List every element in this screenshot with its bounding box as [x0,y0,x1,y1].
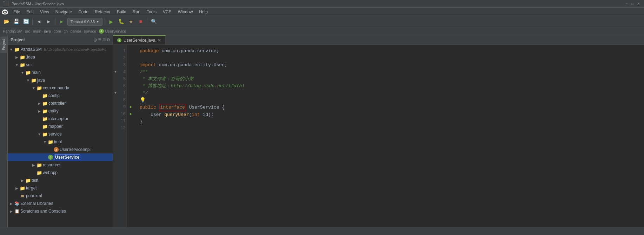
close-button[interactable]: ✕ [637,2,641,6]
tree-item-java[interactable]: ▼ 📁 java [8,76,113,84]
tree-label-controller: controller [48,101,66,106]
title-bar-controls[interactable]: − □ ✕ [626,2,641,6]
editor-tab-userservice[interactable]: J UserService.java ✕ [113,35,166,44]
collapse-all-button[interactable]: ⊟ [102,37,105,43]
tree-item-entity[interactable]: ▶ 📁 entity [8,107,113,115]
tree-item-service[interactable]: ▼ 📁 service [8,130,113,138]
settings-button[interactable]: ⚙ [107,37,110,43]
status-bar [0,227,644,235]
folder-icon: 📁 [31,77,36,83]
locate-button[interactable]: ◎ [94,37,97,43]
toolbar-forward-button[interactable]: ▶ [45,18,53,26]
tree-item-controller[interactable]: ▶ 📁 controller [8,99,113,107]
app-icon: ⬛ [3,1,9,7]
tree-item-webapp[interactable]: ▶ 📁 webapp [8,169,113,177]
external-libs-icon: 📚 [14,201,20,206]
menu-item-edit[interactable]: Edit [24,9,36,15]
dropdown-arrow-icon: ▼ [96,20,99,23]
search-everywhere-button[interactable]: 🔍 [150,18,158,26]
code-line-10: User queryUser(int id); [140,111,638,118]
tree-item-main[interactable]: ▼ 📁 main [8,69,113,76]
menu-item-navigate[interactable]: Navigate [53,9,75,15]
tree-item-test[interactable]: ▶ 📁 test [8,177,113,184]
folder-icon: 📁 [14,47,20,52]
arrow-icon: ▶ [20,178,25,182]
folder-icon: 📁 [36,85,42,91]
tree-item-root[interactable]: ▼ 📁 PandaSSM E:\Dropbox\phoenix\JavaProj… [8,46,113,53]
tree-label-mapper: mapper [48,124,63,129]
menu-item-run[interactable]: Run [130,9,143,15]
line-num-5: 5 [114,76,126,83]
breadcrumb-java[interactable]: java [44,29,51,33]
menu-item-tools[interactable]: Tools [144,9,159,15]
breadcrumb-pandasmm[interactable]: PandaSSM [3,29,22,33]
java-file-icon: J [53,147,59,152]
toolbar-back-button[interactable]: ◀ [35,18,43,26]
expand-all-button[interactable]: ≡ [98,37,101,43]
keyword-public: public [140,104,159,111]
breadcrumb-com[interactable]: com [54,29,61,33]
tree-item-pomxml[interactable]: ▶ m pom.xml [8,192,113,200]
toolbar-save-button[interactable]: 💾 [12,18,20,26]
tree-item-interceptor[interactable]: ▶ 📁 interceptor [8,115,113,123]
breadcrumb-main[interactable]: main [33,29,41,33]
tree-label-interceptor: interceptor [48,116,68,121]
breadcrumb-service[interactable]: service [84,29,96,33]
tomcat-config-dropdown[interactable]: Tomcat 9.0.33 ▼ [67,18,102,26]
menu-item-help[interactable]: Help [196,9,211,15]
tree-item-userservice[interactable]: ▶ J UserService [8,153,113,161]
line-num-7: ▼ 7 [114,90,126,97]
gutter-implement-icon-10[interactable]: ● [127,111,134,118]
arrow-icon: ▶ [9,209,13,213]
toolbar-run-config-button[interactable]: ▶ [58,18,66,26]
stop-button[interactable]: ■ [137,18,145,26]
code-content[interactable]: package com.cn.panda.service; import com… [134,45,644,227]
breadcrumb-src[interactable]: src [25,29,30,33]
toolbar-open-button[interactable]: 📂 [2,18,11,26]
project-panel: Project ◎ ≡ ⊟ ⚙ ▼ 📁 PandaSSM E:\Dropbox\… [8,35,113,227]
code-line-2 [140,55,638,62]
breadcrumb-cn[interactable]: cn [64,29,68,33]
folder-icon: 📁 [25,70,31,75]
folder-icon: 📁 [25,178,31,183]
maximize-button[interactable]: □ [631,2,636,6]
tree-item-mapper[interactable]: ▶ 📁 mapper [8,123,113,130]
breadcrumb-file-icon: J [99,29,104,34]
menu-item-window[interactable]: Window [175,9,196,15]
tree-item-scratches[interactable]: ▶ 📋 Scratches and Consoles [8,207,113,215]
tree-item-idea[interactable]: ▶ 📁 .idea [8,53,113,61]
tree-item-target[interactable]: ▶ 📁 target [8,184,113,192]
run-button[interactable]: ▶ [107,18,115,26]
breadcrumb-panda[interactable]: panda [71,29,81,33]
panel-header: Project ◎ ≡ ⊟ ⚙ [8,35,113,45]
tree-item-external-libs[interactable]: ▶ 📚 External Libraries [8,200,113,207]
implement-icon: ● [129,112,132,117]
menu-item-refactor[interactable]: Refactor [92,9,113,15]
toolbar-sep-1 [32,18,33,25]
tab-close-button[interactable]: ✕ [158,38,161,43]
menu-item-code[interactable]: Code [75,9,91,15]
tree-item-comcnpanda[interactable]: ▼ 📁 com.cn.panda [8,84,113,92]
app-logo-icon: 🐼 [1,8,8,15]
project-tab[interactable]: Project [0,36,7,53]
tree-item-resources[interactable]: ▶ 📁 resources [8,161,113,169]
comment-start: /** [140,69,148,76]
param-id: id [203,111,208,118]
folder-icon: 📁 [20,185,25,191]
build-button[interactable]: ⚒ [127,18,135,26]
tree-item-impl[interactable]: ▼ 📁 impl [8,138,113,146]
minimize-button[interactable]: − [626,2,630,6]
menu-item-vcs[interactable]: VCS [160,9,174,15]
debug-button[interactable]: 🐛 [117,18,125,26]
gutter-implement-icon-9[interactable]: ● [127,104,134,111]
breadcrumb-userservice[interactable]: UserService [105,29,126,33]
tree-item-userserviceimpl[interactable]: ▶ J UserServiceImpl [8,146,113,153]
title-bar: ⬛ PandaSSM - UserService.java − □ ✕ [0,0,644,8]
tree-label-userservice: UserService [54,154,80,160]
menu-item-view[interactable]: View [37,9,52,15]
toolbar-sync-button[interactable]: 🔄 [22,18,30,26]
menu-item-file[interactable]: File [11,9,23,15]
tree-item-config[interactable]: ▶ 📁 config [8,92,113,99]
menu-item-build[interactable]: Build [114,9,129,15]
tree-item-src[interactable]: ▼ 📁 src [8,61,113,69]
